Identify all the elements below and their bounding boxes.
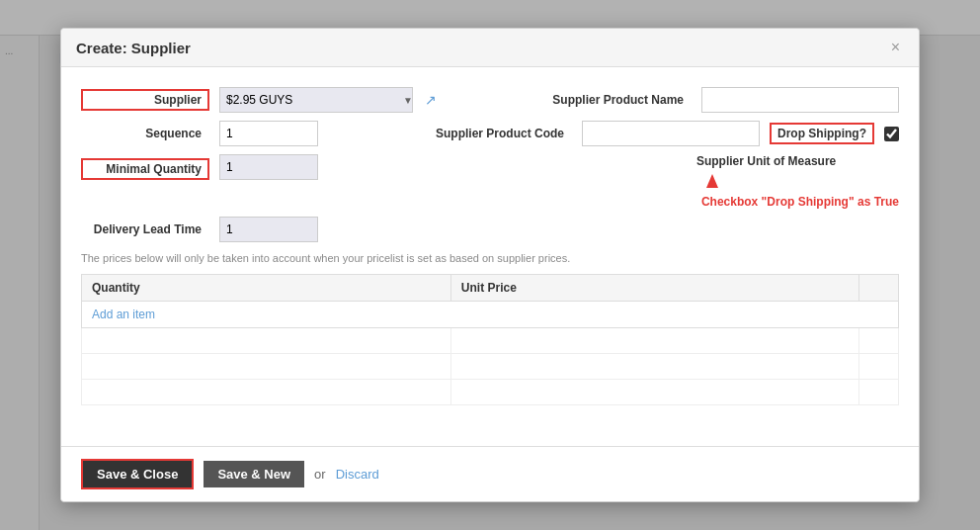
annotation-arrow-icon <box>706 174 718 188</box>
add-item-row: Add an item <box>82 302 899 328</box>
supplier-label: Supplier <box>81 89 209 111</box>
minimal-quantity-input[interactable] <box>219 154 318 180</box>
supplier-unit-label: Supplier Unit of Measure <box>696 154 844 168</box>
minimal-quantity-label: Minimal Quantity <box>81 158 209 180</box>
add-item-link[interactable]: Add an item <box>92 308 155 321</box>
empty-row-2 <box>82 354 899 380</box>
quantity-col-header: Quantity <box>82 275 451 302</box>
empty-row-3 <box>82 380 899 405</box>
empty-row-1 <box>82 328 899 354</box>
price-notice: The prices below will only be taken into… <box>81 252 899 264</box>
delivery-lead-label: Delivery Lead Time <box>81 222 209 236</box>
modal-title: Create: Supplier <box>76 40 191 56</box>
modal-header: Create: Supplier × <box>61 29 919 67</box>
supplier-product-name-label: Supplier Product Name <box>533 93 692 107</box>
annotation-text: Checkbox "Drop Shipping" as True <box>696 195 899 209</box>
supplier-product-code-input[interactable] <box>582 121 760 146</box>
discard-link[interactable]: Discard <box>336 467 379 482</box>
supplier-select[interactable]: $2.95 GUYS <box>219 87 413 113</box>
supplier-product-code-label: Supplier Product Code <box>436 127 572 140</box>
save-close-button[interactable]: Save & Close <box>81 459 194 489</box>
create-supplier-modal: Create: Supplier × Supplier $2.95 GUYS ▼… <box>60 28 920 502</box>
drop-shipping-checkbox[interactable] <box>884 127 899 141</box>
modal-close-button[interactable]: × <box>887 39 904 56</box>
external-link-icon[interactable]: ↗ <box>425 92 437 108</box>
price-table: Quantity Unit Price Add an item <box>81 274 899 405</box>
modal-body: Supplier $2.95 GUYS ▼ ↗ Supplier Product… <box>61 67 919 446</box>
save-new-button[interactable]: Save & New <box>204 461 304 487</box>
or-text: or <box>314 467 326 482</box>
sequence-input[interactable] <box>219 121 318 146</box>
actions-col-header <box>859 275 899 302</box>
annotation-container: Checkbox "Drop Shipping" as True <box>696 174 899 209</box>
drop-shipping-label: Drop Shipping? <box>770 123 874 144</box>
supplier-product-name-input[interactable] <box>701 87 899 113</box>
unit-price-col-header: Unit Price <box>450 275 858 302</box>
delivery-lead-input[interactable] <box>219 217 318 242</box>
sequence-label: Sequence <box>81 127 209 140</box>
modal-footer: Save & Close Save & New or Discard <box>61 446 919 501</box>
modal-overlay: Create: Supplier × Supplier $2.95 GUYS ▼… <box>0 0 980 530</box>
